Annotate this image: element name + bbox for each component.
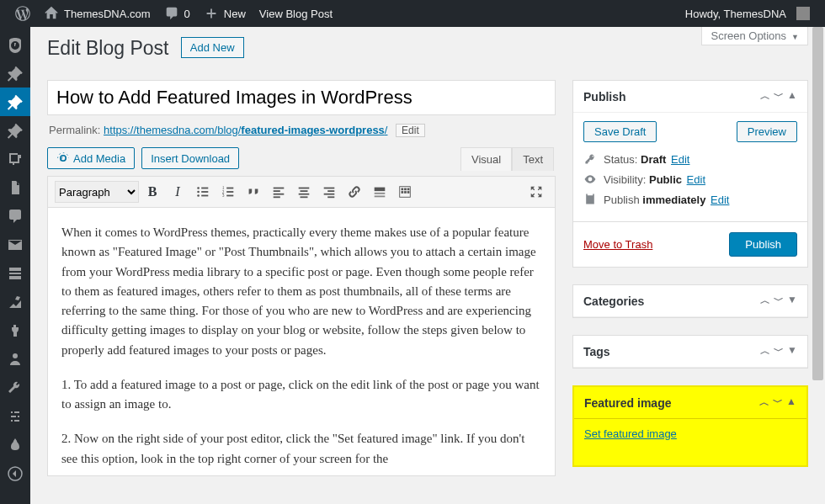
new-content[interactable]: New <box>197 0 253 27</box>
editor-tab-text[interactable]: Text <box>512 147 554 171</box>
menu-posts[interactable] <box>0 88 30 116</box>
svg-rect-33 <box>402 191 404 194</box>
menu-forms[interactable] <box>0 259 30 288</box>
panel-toggle-icon[interactable]: ▲ <box>786 395 796 410</box>
svg-rect-21 <box>301 196 308 198</box>
admin-bar: ThemesDNA.com 0 New View Blog Post Howdy… <box>0 0 825 27</box>
link-button[interactable] <box>343 180 366 204</box>
align-left-button[interactable] <box>267 180 290 204</box>
menu-users[interactable] <box>0 345 30 374</box>
svg-rect-22 <box>324 188 335 189</box>
quote-button[interactable] <box>242 180 265 204</box>
insert-download-button[interactable]: Insert Download <box>141 147 239 169</box>
schedule-row: Publish immediately Edit <box>583 193 797 206</box>
edit-visibility-link[interactable]: Edit <box>687 173 705 186</box>
svg-rect-25 <box>327 196 334 198</box>
set-featured-image-link[interactable]: Set featured image <box>584 427 677 440</box>
move-up-icon[interactable]: ︿ <box>759 395 769 410</box>
menu-comments[interactable] <box>0 202 30 231</box>
edit-status-link[interactable]: Edit <box>671 153 689 166</box>
publish-box: Publish ︿﹀▲ Save Draft Preview Status: D… <box>572 80 808 268</box>
svg-rect-31 <box>404 188 407 191</box>
panel-toggle-icon[interactable]: ▲ <box>787 89 797 103</box>
svg-rect-26 <box>375 188 386 192</box>
svg-point-6 <box>197 194 200 197</box>
svg-rect-13 <box>226 195 233 197</box>
bold-button[interactable]: B <box>141 180 164 204</box>
categories-title: Categories <box>583 294 644 308</box>
svg-rect-11 <box>226 191 233 193</box>
permalink-edit-button[interactable]: Edit <box>396 124 425 137</box>
panel-toggle-icon[interactable]: ▼ <box>787 344 797 358</box>
permalink-link[interactable]: https://themesdna.com/blog/featured-imag… <box>104 124 387 136</box>
edit-schedule-link[interactable]: Edit <box>711 194 729 206</box>
post-title-input[interactable] <box>47 80 556 115</box>
avatar <box>796 7 810 20</box>
ol-button[interactable]: 123 <box>216 180 240 204</box>
ul-button[interactable] <box>191 180 215 204</box>
categories-box: Categories ︿﹀▼ <box>572 284 808 318</box>
add-media-button[interactable]: Add Media <box>47 147 135 169</box>
site-home[interactable]: ThemesDNA.com <box>37 0 157 27</box>
svg-rect-16 <box>274 194 285 195</box>
menu-mail[interactable] <box>0 231 30 259</box>
save-draft-button[interactable]: Save Draft <box>583 121 657 142</box>
move-down-icon[interactable]: ﹀ <box>774 294 784 308</box>
svg-point-4 <box>197 191 200 194</box>
move-up-icon[interactable]: ︿ <box>760 89 770 103</box>
comments-link[interactable]: 0 <box>157 0 197 27</box>
move-up-icon[interactable]: ︿ <box>760 344 770 358</box>
svg-text:3: 3 <box>222 193 225 198</box>
align-center-button[interactable] <box>292 180 316 204</box>
editor-content[interactable]: When it comes to WordPress themes, pract… <box>47 208 556 476</box>
svg-rect-34 <box>404 191 407 194</box>
svg-rect-24 <box>324 194 335 195</box>
panel-toggle-icon[interactable]: ▼ <box>787 294 797 308</box>
menu-seo[interactable] <box>0 431 30 459</box>
toolbar-toggle-button[interactable] <box>393 180 417 204</box>
move-down-icon[interactable]: ﹀ <box>773 395 783 410</box>
status-row: Status: Draft Edit <box>583 152 797 166</box>
admin-menu <box>0 27 30 504</box>
add-new-button[interactable]: Add New <box>181 37 244 58</box>
svg-rect-23 <box>327 190 334 192</box>
menu-pin2[interactable] <box>0 116 30 145</box>
move-down-icon[interactable]: ﹀ <box>774 89 784 103</box>
move-up-icon[interactable]: ︿ <box>760 294 770 308</box>
svg-rect-17 <box>274 196 280 198</box>
format-select[interactable]: Paragraph <box>55 181 139 203</box>
svg-rect-3 <box>201 188 208 189</box>
my-account[interactable]: Howdy, ThemesDNA <box>679 0 817 27</box>
svg-rect-19 <box>301 190 308 192</box>
svg-point-1 <box>61 156 66 161</box>
screen-options-button[interactable]: Screen Options <box>701 27 808 45</box>
menu-appearance[interactable] <box>0 288 30 316</box>
fullscreen-button[interactable] <box>524 180 548 204</box>
menu-pages[interactable] <box>0 173 30 202</box>
menu-tools[interactable] <box>0 374 30 402</box>
publish-button[interactable]: Publish <box>729 232 797 257</box>
preview-button[interactable]: Preview <box>737 121 797 142</box>
menu-collapse[interactable] <box>0 459 30 488</box>
menu-plugins[interactable] <box>0 316 30 345</box>
align-right-button[interactable] <box>317 180 341 204</box>
menu-dashboard[interactable] <box>0 30 30 59</box>
menu-pin[interactable] <box>0 59 30 88</box>
view-post[interactable]: View Blog Post <box>253 0 339 27</box>
italic-button[interactable]: I <box>166 180 189 204</box>
svg-rect-14 <box>274 188 285 189</box>
svg-rect-28 <box>375 196 386 198</box>
svg-rect-7 <box>201 195 208 197</box>
menu-settings[interactable] <box>0 402 30 431</box>
svg-rect-35 <box>407 191 410 194</box>
move-to-trash-link[interactable]: Move to Trash <box>583 238 652 251</box>
permalink-row: Permalink: https://themesdna.com/blog/fe… <box>49 124 554 137</box>
more-button[interactable] <box>368 180 391 204</box>
key-icon <box>583 152 597 166</box>
scrollbar[interactable] <box>811 27 825 504</box>
featured-image-title: Featured image <box>584 396 671 410</box>
menu-media[interactable] <box>0 145 30 173</box>
move-down-icon[interactable]: ﹀ <box>774 344 784 358</box>
wp-logo[interactable] <box>8 0 37 27</box>
editor-tab-visual[interactable]: Visual <box>460 147 512 171</box>
